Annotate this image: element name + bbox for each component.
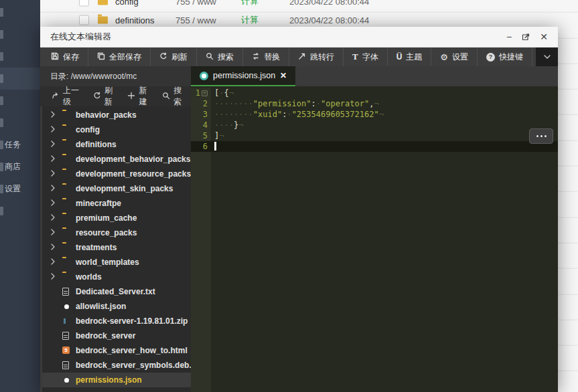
tree-item-development_resource_packs[interactable]: development_resource_packs — [42, 167, 191, 181]
chevron-right-icon[interactable] — [49, 184, 57, 194]
tree-item-bedrock_server_how_to.html[interactable]: bedrock_server_how_to.html — [42, 343, 191, 358]
tree-item-development_behavior_packs[interactable]: development_behavior_packs — [42, 152, 191, 167]
tree-item-behavior_packs[interactable]: behavior_packs — [42, 108, 191, 122]
sidebar-item[interactable] — [0, 1, 40, 23]
editor-toolbar: 保存全部保存刷新搜索替换跳转行T字体Ü主题⚙设置?快捷键 — [40, 47, 558, 66]
doc-file-icon — [62, 332, 69, 340]
file-tree: behavior_packsconfigdefinitionsdevelopme… — [40, 106, 191, 392]
maximize-icon[interactable] — [522, 33, 530, 41]
table-row[interactable]: config 755 / www 计算 2023/04/22 08:00:44 — [40, 0, 578, 9]
chevron-right-icon-svg — [49, 169, 57, 177]
tab-permissions-json[interactable]: permissions.json ✕ — [191, 66, 295, 86]
sidebar-item-glyph-sliver — [0, 52, 3, 61]
tree-item-permissions.json[interactable]: permissions.json — [42, 373, 191, 387]
calc-size-link[interactable]: 计算 — [241, 0, 259, 7]
chevron-right-icon[interactable] — [49, 169, 57, 179]
settings-icon: ⚙ — [440, 53, 448, 62]
row-checkbox[interactable] — [79, 15, 89, 25]
chevron-right-icon[interactable] — [49, 155, 57, 165]
table-row[interactable]: definitions 755 / www 计算 2023/04/22 08:0… — [40, 13, 578, 27]
fold-widget-icon[interactable] — [202, 90, 208, 96]
sidebar-item[interactable]: 任务 — [0, 134, 40, 156]
tree-toolbar-search-button[interactable]: 搜索 — [156, 85, 191, 108]
sidebar-item[interactable] — [0, 112, 40, 134]
html-file-icon — [62, 347, 70, 354]
toolbar-refresh-button[interactable]: 刷新 — [151, 47, 197, 66]
tree-item-definitions[interactable]: definitions — [42, 137, 191, 152]
string-token: "operator" — [321, 99, 369, 108]
chevron-right-icon[interactable] — [49, 110, 57, 120]
minimize-icon[interactable]: − — [506, 32, 512, 41]
tree-toolbar-new-button[interactable]: 新建 — [121, 85, 156, 108]
code-line-3[interactable]: 3········"xuid":·"2535469605372162"¬ — [191, 109, 558, 120]
toolbar-replace-button[interactable]: 替换 — [243, 47, 289, 66]
tree-item-premium_cache[interactable]: premium_cache — [42, 211, 191, 225]
toolbar-button-label: 刷新 — [171, 52, 188, 63]
tree-toolbar-refresh-button[interactable]: 刷新 — [87, 85, 122, 108]
sidebar-item[interactable]: 商店 — [0, 156, 40, 178]
tree-item-treatments[interactable]: treatments — [42, 240, 191, 255]
toolbar-hotkeys-button[interactable]: ?快捷键 — [478, 47, 532, 66]
toolbar-save-all-button[interactable]: 全部保存 — [88, 47, 151, 66]
tree-item-bedrock_server[interactable]: bedrock_server — [42, 328, 191, 343]
code-line-content: ········"permission":·"operator",¬ — [211, 98, 558, 109]
tree-toolbar-button-label: 搜索 — [173, 85, 185, 108]
toolbar-goto-line-button[interactable]: 跳转行 — [289, 47, 344, 66]
tab-label: permissions.json — [213, 71, 275, 80]
toolbar-button-label: 搜索 — [218, 52, 234, 63]
row-checkbox[interactable] — [79, 0, 89, 7]
toolbar-button-label: 主题 — [406, 52, 422, 63]
code-line-2[interactable]: 2········"permission":·"operator",¬ — [191, 98, 558, 109]
toolbar-settings-button[interactable]: ⚙设置 — [431, 47, 478, 66]
tree-item-Dedicated_Server.txt[interactable]: Dedicated_Server.txt — [42, 284, 191, 299]
file-name[interactable]: definitions — [115, 15, 155, 25]
code-line-6[interactable]: 6 — [191, 141, 558, 152]
chevron-right-icon[interactable] — [49, 228, 57, 238]
refresh-icon — [159, 52, 167, 62]
toolbar-save-button[interactable]: 保存 — [42, 47, 88, 66]
toolbar-font-button[interactable]: T字体 — [344, 47, 388, 66]
sidebar-item[interactable] — [0, 90, 40, 112]
tree-item-development_skin_packs[interactable]: development_skin_packs — [42, 181, 191, 196]
toolbar-collapse-button[interactable] — [536, 47, 558, 66]
sidebar-item[interactable] — [0, 45, 40, 68]
chevron-right-icon[interactable] — [49, 213, 57, 223]
code-line-1[interactable]: 1[·{¬ — [191, 88, 558, 98]
chevron-right-icon[interactable] — [49, 140, 57, 150]
sidebar-items: 任务商店设置 — [0, 1, 40, 222]
code-line-5[interactable]: 5]¬ — [191, 130, 558, 141]
tree-item-bedrock_server_symbols.deb...[interactable]: bedrock_server_symbols.deb... — [42, 358, 191, 373]
tree-item-worlds[interactable]: worlds — [42, 270, 191, 284]
more-options-button[interactable] — [529, 128, 553, 144]
tree-item-resource_packs[interactable]: resource_packs — [42, 225, 191, 240]
toolbar-search-button[interactable]: 搜索 — [197, 47, 243, 66]
chevron-down-icon — [543, 53, 551, 61]
newline-mark: ¬ — [219, 131, 224, 140]
code-editor[interactable]: 1[·{¬2········"permission":·"operator",¬… — [191, 86, 558, 392]
chevron-right-icon-svg — [49, 125, 57, 133]
calc-size-link[interactable]: 计算 — [241, 14, 259, 26]
chevron-right-icon[interactable] — [49, 243, 57, 253]
tree-item-bedrock-server-1.19.81.01.zip[interactable]: bedrock-server-1.19.81.01.zip — [42, 314, 191, 328]
close-icon[interactable]: ✕ — [540, 32, 548, 41]
toolbar-theme-button[interactable]: Ü主题 — [388, 47, 432, 66]
chevron-right-icon[interactable] — [49, 199, 57, 209]
chevron-right-icon[interactable] — [49, 272, 57, 282]
code-line-4[interactable]: 4····}¬ — [191, 120, 558, 130]
window-titlebar[interactable]: 在线文本编辑器 − ✕ — [40, 27, 558, 47]
window-title: 在线文本编辑器 — [50, 31, 111, 43]
sidebar-item[interactable] — [0, 200, 40, 222]
chevron-right-icon[interactable] — [49, 258, 57, 268]
tree-item-world_templates[interactable]: world_templates — [42, 255, 191, 270]
sidebar-item[interactable] — [0, 68, 40, 90]
tab-close-icon[interactable]: ✕ — [280, 71, 287, 80]
tree-item-config[interactable]: config — [42, 122, 191, 137]
chevron-right-icon-svg — [49, 110, 57, 118]
sidebar-item[interactable]: 设置 — [0, 178, 40, 200]
tree-item-allowlist.json[interactable]: allowlist.json — [42, 299, 191, 314]
tree-item-minecraftpe[interactable]: minecraftpe — [42, 196, 191, 211]
chevron-right-icon[interactable] — [49, 125, 57, 135]
tree-toolbar-up-level-button[interactable]: 上一级 — [46, 85, 87, 108]
file-name[interactable]: config — [115, 0, 139, 7]
sidebar-item[interactable] — [0, 23, 40, 45]
